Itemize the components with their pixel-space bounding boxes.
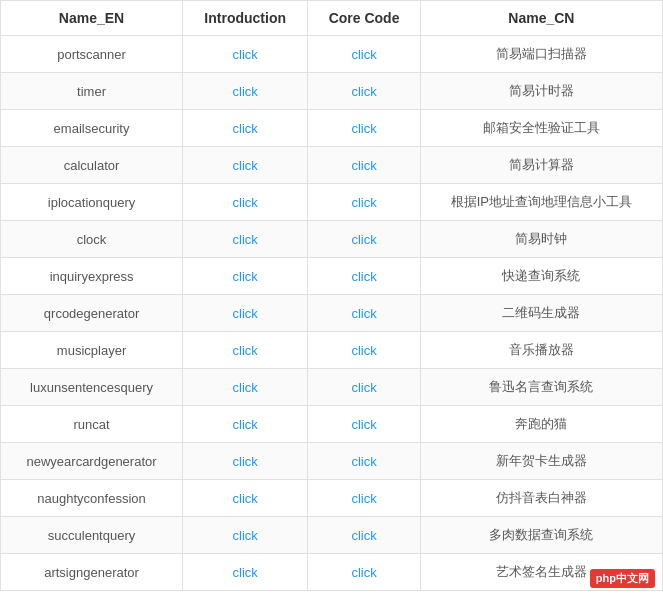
cell-introduction[interactable]: click — [183, 406, 308, 443]
cell-introduction[interactable]: click — [183, 369, 308, 406]
table-row: succulentqueryclickclick多肉数据查询系统 — [1, 517, 663, 554]
cell-name-cn: 根据IP地址查询地理信息小工具 — [420, 184, 662, 221]
watermark: php中文网 — [590, 569, 655, 588]
header-name-cn: Name_CN — [420, 1, 662, 36]
core-code-link[interactable]: click — [351, 47, 376, 62]
introduction-link[interactable]: click — [233, 158, 258, 173]
core-code-link[interactable]: click — [351, 232, 376, 247]
core-code-link[interactable]: click — [351, 306, 376, 321]
introduction-link[interactable]: click — [233, 454, 258, 469]
table-row: clockclickclick简易时钟 — [1, 221, 663, 258]
cell-core-code[interactable]: click — [308, 221, 420, 258]
cell-introduction[interactable]: click — [183, 517, 308, 554]
cell-core-code[interactable]: click — [308, 110, 420, 147]
cell-name-cn: 多肉数据查询系统 — [420, 517, 662, 554]
core-code-link[interactable]: click — [351, 195, 376, 210]
introduction-link[interactable]: click — [233, 417, 258, 432]
cell-introduction[interactable]: click — [183, 554, 308, 591]
table-row: emailsecurityclickclick邮箱安全性验证工具 — [1, 110, 663, 147]
core-code-link[interactable]: click — [351, 528, 376, 543]
introduction-link[interactable]: click — [233, 343, 258, 358]
core-code-link[interactable]: click — [351, 417, 376, 432]
header-core-code: Core Code — [308, 1, 420, 36]
cell-core-code[interactable]: click — [308, 406, 420, 443]
core-code-link[interactable]: click — [351, 84, 376, 99]
core-code-link[interactable]: click — [351, 343, 376, 358]
cell-core-code[interactable]: click — [308, 332, 420, 369]
cell-core-code[interactable]: click — [308, 258, 420, 295]
header-introduction: Introduction — [183, 1, 308, 36]
introduction-link[interactable]: click — [233, 491, 258, 506]
introduction-link[interactable]: click — [233, 528, 258, 543]
table-row: calculatorclickclick简易计算器 — [1, 147, 663, 184]
cell-name-en: portscanner — [1, 36, 183, 73]
introduction-link[interactable]: click — [233, 84, 258, 99]
cell-name-en: luxunsentencesquery — [1, 369, 183, 406]
cell-core-code[interactable]: click — [308, 184, 420, 221]
cell-core-code[interactable]: click — [308, 147, 420, 184]
introduction-link[interactable]: click — [233, 380, 258, 395]
cell-name-en: runcat — [1, 406, 183, 443]
introduction-link[interactable]: click — [233, 195, 258, 210]
cell-name-cn: 简易时钟 — [420, 221, 662, 258]
cell-name-en: calculator — [1, 147, 183, 184]
cell-name-en: musicplayer — [1, 332, 183, 369]
cell-name-en: iplocationquery — [1, 184, 183, 221]
cell-introduction[interactable]: click — [183, 480, 308, 517]
introduction-link[interactable]: click — [233, 269, 258, 284]
cell-name-en: clock — [1, 221, 183, 258]
cell-introduction[interactable]: click — [183, 332, 308, 369]
core-code-link[interactable]: click — [351, 565, 376, 580]
cell-name-cn: 简易计时器 — [420, 73, 662, 110]
cell-introduction[interactable]: click — [183, 258, 308, 295]
cell-name-cn: 新年贺卡生成器 — [420, 443, 662, 480]
cell-core-code[interactable]: click — [308, 73, 420, 110]
cell-introduction[interactable]: click — [183, 184, 308, 221]
introduction-link[interactable]: click — [233, 121, 258, 136]
cell-core-code[interactable]: click — [308, 517, 420, 554]
main-table: Name_EN Introduction Core Code Name_CN p… — [0, 0, 663, 591]
cell-name-cn: 鲁迅名言查询系统 — [420, 369, 662, 406]
core-code-link[interactable]: click — [351, 380, 376, 395]
core-code-link[interactable]: click — [351, 269, 376, 284]
cell-name-en: succulentquery — [1, 517, 183, 554]
core-code-link[interactable]: click — [351, 491, 376, 506]
cell-core-code[interactable]: click — [308, 36, 420, 73]
table-row: portscannerclickclick简易端口扫描器 — [1, 36, 663, 73]
table-row: naughtyconfessionclickclick仿抖音表白神器 — [1, 480, 663, 517]
cell-name-en: emailsecurity — [1, 110, 183, 147]
table-row: musicplayerclickclick音乐播放器 — [1, 332, 663, 369]
cell-core-code[interactable]: click — [308, 369, 420, 406]
table-row: newyearcardgeneratorclickclick新年贺卡生成器 — [1, 443, 663, 480]
cell-core-code[interactable]: click — [308, 554, 420, 591]
cell-name-en: inquiryexpress — [1, 258, 183, 295]
cell-introduction[interactable]: click — [183, 110, 308, 147]
cell-introduction[interactable]: click — [183, 221, 308, 258]
introduction-link[interactable]: click — [233, 47, 258, 62]
introduction-link[interactable]: click — [233, 232, 258, 247]
cell-name-cn: 二维码生成器 — [420, 295, 662, 332]
cell-name-en: newyearcardgenerator — [1, 443, 183, 480]
introduction-link[interactable]: click — [233, 565, 258, 580]
cell-introduction[interactable]: click — [183, 147, 308, 184]
cell-name-cn: 简易计算器 — [420, 147, 662, 184]
table-row: runcatclickclick奔跑的猫 — [1, 406, 663, 443]
table-row: iplocationqueryclickclick根据IP地址查询地理信息小工具 — [1, 184, 663, 221]
cell-name-cn: 邮箱安全性验证工具 — [420, 110, 662, 147]
cell-name-cn: 快递查询系统 — [420, 258, 662, 295]
cell-name-en: naughtyconfession — [1, 480, 183, 517]
core-code-link[interactable]: click — [351, 121, 376, 136]
introduction-link[interactable]: click — [233, 306, 258, 321]
cell-introduction[interactable]: click — [183, 443, 308, 480]
core-code-link[interactable]: click — [351, 454, 376, 469]
cell-name-cn: 仿抖音表白神器 — [420, 480, 662, 517]
cell-name-en: qrcodegenerator — [1, 295, 183, 332]
cell-introduction[interactable]: click — [183, 73, 308, 110]
cell-introduction[interactable]: click — [183, 295, 308, 332]
cell-introduction[interactable]: click — [183, 36, 308, 73]
header-name-en: Name_EN — [1, 1, 183, 36]
core-code-link[interactable]: click — [351, 158, 376, 173]
cell-core-code[interactable]: click — [308, 295, 420, 332]
cell-core-code[interactable]: click — [308, 443, 420, 480]
cell-core-code[interactable]: click — [308, 480, 420, 517]
